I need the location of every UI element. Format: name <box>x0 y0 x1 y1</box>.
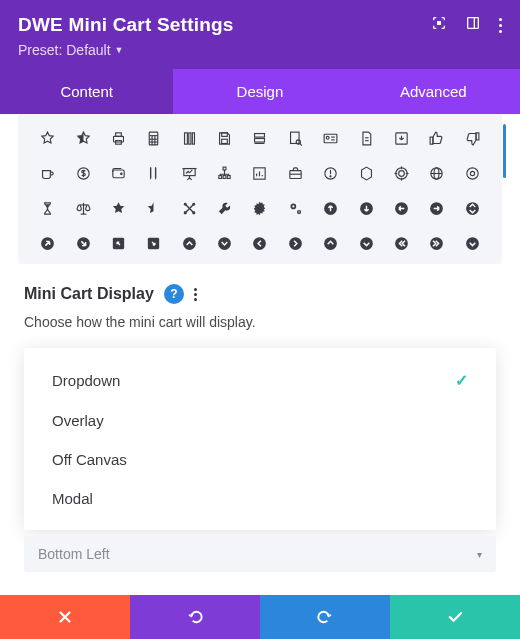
option-modal[interactable]: Modal <box>24 479 496 518</box>
chevron-down-3-icon[interactable] <box>455 235 490 252</box>
chevron-down-2-icon[interactable] <box>348 235 383 252</box>
tab-advanced[interactable]: Advanced <box>347 69 520 114</box>
module-header: DWE Mini Cart Settings Preset: Default ▼ <box>0 0 520 69</box>
gear-icon[interactable] <box>242 200 277 217</box>
svg-point-85 <box>289 237 302 250</box>
arrow-up-circle-icon[interactable] <box>313 200 348 217</box>
stack-icon[interactable] <box>242 130 277 147</box>
cancel-button[interactable] <box>0 595 130 639</box>
arrow-downright-circle-icon[interactable] <box>65 235 100 252</box>
svg-point-83 <box>218 237 231 250</box>
star-half-icon[interactable] <box>65 130 100 147</box>
briefcase-icon[interactable] <box>278 165 313 182</box>
svg-rect-4 <box>116 133 122 137</box>
shrink-box-icon[interactable] <box>101 235 136 252</box>
undo-button[interactable] <box>130 595 260 639</box>
wrench-icon[interactable] <box>207 200 242 217</box>
svg-point-82 <box>183 237 196 250</box>
thumb-up-icon[interactable] <box>419 130 454 147</box>
bar-chart-icon[interactable] <box>242 165 277 182</box>
svg-point-24 <box>327 136 330 139</box>
option-overlay[interactable]: Overlay <box>24 401 496 440</box>
more-icon[interactable] <box>499 18 502 33</box>
svg-rect-17 <box>255 134 265 138</box>
svg-rect-1 <box>468 18 479 29</box>
chevron-right-circle-icon[interactable] <box>278 235 313 252</box>
ring-target-icon[interactable] <box>455 165 490 182</box>
file-doc-icon[interactable] <box>348 130 383 147</box>
chevron-up-2-icon[interactable] <box>313 235 348 252</box>
half-star-solid-icon[interactable] <box>136 200 171 217</box>
icon-grid[interactable] <box>18 114 502 264</box>
svg-point-84 <box>254 237 267 250</box>
svg-point-70 <box>292 205 294 207</box>
globe-icon[interactable] <box>419 165 454 182</box>
arrow-upright-circle-icon[interactable] <box>30 235 65 252</box>
svg-point-90 <box>466 237 479 250</box>
footer-actions <box>0 595 520 639</box>
page-search-icon[interactable] <box>278 130 313 147</box>
help-icon[interactable]: ? <box>164 284 184 304</box>
warning-circle-icon[interactable] <box>313 165 348 182</box>
icon-picker <box>0 114 520 264</box>
chevron-down-circle-icon[interactable] <box>207 235 242 252</box>
option-dropdown[interactable]: Dropdown ✓ <box>24 360 496 401</box>
preset-selector[interactable]: Preset: Default ▼ <box>18 42 124 58</box>
collapse-circle-icon[interactable] <box>455 200 490 217</box>
target-icon[interactable] <box>384 165 419 182</box>
hourglass-icon[interactable] <box>30 200 65 217</box>
position-value: Bottom Left <box>38 546 110 562</box>
star-outline-icon[interactable] <box>30 130 65 147</box>
printer-icon[interactable] <box>101 130 136 147</box>
arrow-right-circle-icon[interactable] <box>419 200 454 217</box>
wallet-icon[interactable] <box>101 165 136 182</box>
option-offcanvas[interactable]: Off Canvas <box>24 440 496 479</box>
tab-content[interactable]: Content <box>0 69 173 114</box>
org-chart-icon[interactable] <box>207 165 242 182</box>
arrow-left-circle-icon[interactable] <box>384 200 419 217</box>
floppy-icon[interactable] <box>207 130 242 147</box>
section-more-icon[interactable] <box>194 288 197 301</box>
tab-design[interactable]: Design <box>173 69 346 114</box>
pen-pair-icon[interactable] <box>136 165 171 182</box>
gears-icon[interactable] <box>278 200 313 217</box>
panel-icon[interactable] <box>465 15 481 35</box>
chevron-up-circle-icon[interactable] <box>172 235 207 252</box>
icon-grid-scrollbar[interactable] <box>503 124 506 178</box>
calculator-icon[interactable] <box>136 130 171 147</box>
svg-point-87 <box>360 237 373 250</box>
tab-bar: Content Design Advanced <box>0 69 520 114</box>
caret-down-icon: ▾ <box>477 549 482 560</box>
arrow-down-circle-icon[interactable] <box>348 200 383 217</box>
presentation-icon[interactable] <box>172 165 207 182</box>
position-select[interactable]: Bottom Left ▾ <box>24 536 496 572</box>
svg-rect-39 <box>223 176 226 179</box>
star-icon[interactable] <box>101 200 136 217</box>
svg-rect-15 <box>222 133 228 137</box>
expand-icon[interactable] <box>431 15 447 35</box>
thumb-down-icon[interactable] <box>455 130 490 147</box>
hexagon-icon[interactable] <box>348 165 383 182</box>
svg-line-22 <box>300 143 302 145</box>
expand-box-icon[interactable] <box>136 235 171 252</box>
svg-rect-38 <box>219 176 222 179</box>
chevron-left-circle-icon[interactable] <box>242 235 277 252</box>
chevrons-left-icon[interactable] <box>384 235 419 252</box>
mug-icon[interactable] <box>30 165 65 182</box>
scales-icon[interactable] <box>65 200 100 217</box>
svg-rect-6 <box>150 132 159 145</box>
tools-cross-icon[interactable] <box>172 200 207 217</box>
svg-rect-18 <box>255 139 265 143</box>
chevrons-right-icon[interactable] <box>419 235 454 252</box>
download-box-icon[interactable] <box>384 130 419 147</box>
option-label: Modal <box>52 490 93 507</box>
redo-button[interactable] <box>260 595 390 639</box>
columns-icon[interactable] <box>172 130 207 147</box>
id-card-icon[interactable] <box>313 130 348 147</box>
svg-rect-31 <box>476 133 479 140</box>
svg-rect-0 <box>437 21 441 25</box>
svg-rect-37 <box>223 167 226 170</box>
dollar-circle-icon[interactable] <box>65 165 100 182</box>
svg-rect-14 <box>192 133 194 144</box>
save-button[interactable] <box>390 595 520 639</box>
